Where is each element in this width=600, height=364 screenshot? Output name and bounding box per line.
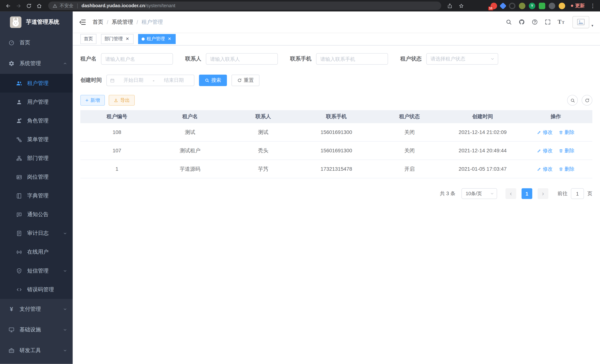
create-time-label: 创建时间 [80, 77, 102, 84]
peoples-icon [16, 80, 22, 86]
close-icon[interactable]: ✕ [125, 36, 130, 42]
extension-icon[interactable]: 10 [490, 2, 497, 9]
browser-forward-icon[interactable] [14, 1, 22, 10]
sidebar-item-label: 在线用户 [27, 249, 67, 255]
sidebar-item-notice-announcement[interactable]: 通知公告 [0, 205, 73, 224]
column-header: 租户编号 [80, 110, 153, 123]
next-page-button[interactable]: › [538, 188, 548, 199]
user-menu[interactable]: ▼ [572, 16, 594, 28]
extension-icon[interactable] [549, 2, 555, 9]
sidebar-item-error-code-management[interactable]: 错误码管理 [0, 280, 73, 299]
sidebar-item-label: 字典管理 [27, 192, 67, 199]
mobile-input[interactable] [316, 53, 388, 65]
goto-page-input[interactable] [571, 188, 584, 199]
calendar-icon [110, 78, 115, 83]
breadcrumb-item[interactable]: 系统管理 [112, 19, 133, 25]
add-button[interactable]: + 新增 [80, 95, 105, 106]
edit-button[interactable]: 修改 [537, 166, 553, 172]
delete-button[interactable]: 删除 [559, 129, 575, 136]
sidebar-item-sms-management[interactable]: 短信管理 [0, 261, 73, 280]
sidebar-item-online-users[interactable]: 在线用户 [0, 243, 73, 261]
tag-active[interactable]: 租户管理✕ [138, 34, 176, 44]
sidebar-item-dev-tools[interactable]: 研发工具 [0, 340, 73, 361]
url-domain: dashboard.yudao.iocoder.cn [81, 3, 145, 9]
sidebar-item-dept-management[interactable]: 部门管理 [0, 149, 73, 168]
current-page-button[interactable]: 1 [522, 188, 532, 199]
role-icon [16, 118, 22, 124]
browser-extensions: 10Y [490, 2, 569, 9]
tag-item[interactable]: 部门管理✕ [101, 34, 134, 44]
sidebar-item-tenant-management[interactable]: 租户管理 [0, 74, 73, 93]
edit-button[interactable]: 修改 [537, 129, 553, 136]
filter-contact: 联系人 [185, 53, 278, 65]
filter-row-1: 租户名 联系人 联系手机 租户状态 请选择租户状态 [80, 53, 592, 65]
extension-icon[interactable] [559, 2, 565, 9]
close-icon[interactable]: ✕ [167, 36, 172, 42]
status-label: 租户状态 [400, 56, 422, 62]
tag-item[interactable]: 首页 [80, 34, 96, 44]
insecure-label: 不安全 [60, 2, 74, 9]
extension-icon[interactable]: Y [529, 2, 535, 9]
sidebar-item-infrastructure[interactable]: 基础设施 [0, 319, 73, 340]
tenant-name-input[interactable] [101, 53, 173, 65]
postcard-icon [16, 174, 22, 180]
cell-contact: 秃头 [227, 141, 300, 160]
address-bar[interactable]: 不安全 dashboard.yudao.iocoder.cn/system/te… [48, 1, 441, 10]
sidebar-item-user-management[interactable]: 用户管理 [0, 93, 73, 111]
github-icon[interactable] [519, 19, 525, 25]
sidebar-item-system-management[interactable]: 系统管理 [0, 53, 73, 74]
browser-menu-icon[interactable]: ⋮ [590, 3, 595, 9]
export-button[interactable]: 导出 [109, 95, 135, 106]
breadcrumb-item[interactable]: 首页 [93, 19, 103, 25]
chevron-down-icon [63, 328, 67, 332]
start-date-placeholder: 开始日期 [116, 77, 150, 84]
reset-button[interactable]: 重置 [232, 75, 260, 86]
cell-name: 芋道源码 [153, 160, 226, 178]
edit-button[interactable]: 修改 [537, 147, 553, 154]
sidebar-item-role-management[interactable]: 角色管理 [0, 111, 73, 130]
prev-page-button[interactable]: ‹ [506, 188, 516, 199]
table-row: 107测试租户秃头15601691300关闭2021-12-14 20:49:4… [80, 141, 592, 160]
fullscreen-icon[interactable] [545, 19, 551, 25]
page-size-select[interactable]: 10条/页 [461, 188, 497, 199]
create-time-range-picker[interactable]: 开始日期 - 结束日期 [106, 75, 194, 86]
sidebar-item-pay-management[interactable]: ¥支付管理 [0, 299, 73, 319]
cell-created: 2021-12-14 21:02:09 [446, 123, 519, 141]
total-count-label: 共 3 条 [440, 190, 455, 197]
browser-reload-icon[interactable] [25, 1, 33, 10]
browser-back-icon[interactable] [4, 1, 12, 10]
delete-button[interactable]: 删除 [559, 147, 575, 154]
money-icon: ¥ [8, 306, 14, 312]
app-logo[interactable]: 芋道管理系统 [0, 11, 73, 32]
font-size-icon[interactable]: TT [558, 19, 564, 25]
refresh-table-button[interactable] [582, 95, 592, 106]
extension-icon[interactable] [499, 2, 506, 9]
active-dot-icon [141, 37, 145, 40]
sidebar-item-menu-management[interactable]: 菜单管理 [0, 130, 73, 149]
extension-icon[interactable] [509, 2, 516, 9]
extension-icon[interactable] [519, 2, 525, 9]
sidebar-item-post-management[interactable]: 岗位管理 [0, 168, 73, 186]
browser-home-icon[interactable] [35, 1, 43, 10]
search-icon[interactable] [506, 19, 512, 25]
contact-input[interactable] [206, 53, 278, 65]
add-button-label: 新增 [90, 97, 100, 103]
sidebar-item-home[interactable]: 首页 [0, 32, 73, 53]
tenant-status-select[interactable]: 请选择租户状态 [426, 53, 498, 65]
browser-chrome: 不安全 dashboard.yudao.iocoder.cn/system/te… [0, 0, 600, 11]
extension-icon[interactable] [539, 2, 545, 9]
bookmark-star-icon[interactable] [459, 3, 464, 9]
sidebar-item-label: 研发工具 [19, 347, 63, 354]
goto-label: 前往 [558, 190, 568, 197]
page-unit-label: 页 [587, 190, 592, 197]
sidebar-item-audit-log[interactable]: 审计日志 [0, 224, 73, 243]
help-icon[interactable] [532, 19, 538, 25]
delete-button[interactable]: 删除 [559, 166, 575, 172]
search-button[interactable]: 搜索 [199, 75, 227, 86]
sidebar-toggle-icon[interactable] [79, 18, 86, 26]
toggle-search-button[interactable] [567, 95, 578, 106]
browser-update-button[interactable]: 更新 [571, 2, 585, 9]
share-icon[interactable] [447, 3, 453, 9]
sidebar-item-dict-management[interactable]: 字典管理 [0, 186, 73, 205]
tree-icon [16, 136, 22, 142]
